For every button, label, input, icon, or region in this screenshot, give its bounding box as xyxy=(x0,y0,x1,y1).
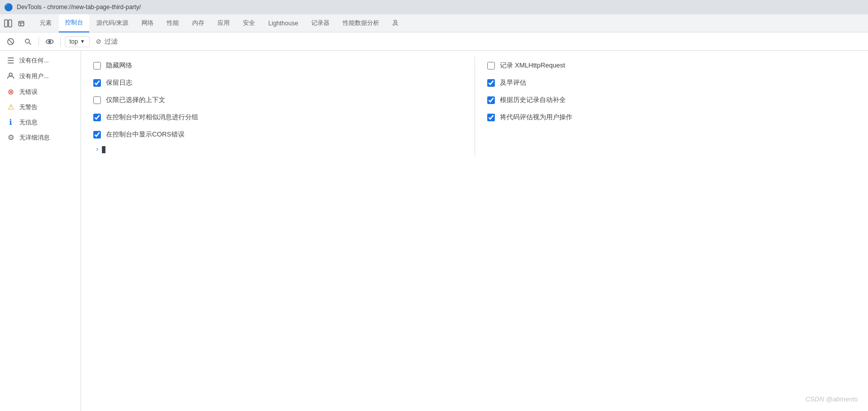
option-show-cors: 在控制台中显示CORS错误 xyxy=(91,126,464,143)
dock-icon[interactable] xyxy=(2,17,14,29)
option-group-similar: 在控制台中对相似消息进行分组 xyxy=(91,109,464,126)
tab-more[interactable]: 及 xyxy=(386,14,405,32)
tab-performance[interactable]: 性能 xyxy=(161,14,185,32)
option-preserve-log: 保留日志 xyxy=(91,74,464,91)
svg-rect-1 xyxy=(9,20,12,27)
tab-console[interactable]: 控制台 xyxy=(59,14,89,32)
console-sidebar: ☰ 没有任何... 没有用户... ⊗ 无错误 ⚠ 无警告 ℹ 无信息 ⚙ xyxy=(0,51,81,411)
checkbox-log-xhr[interactable] xyxy=(487,62,495,70)
tab-elements[interactable]: 元素 xyxy=(33,14,58,32)
label-autocomplete: 根据历史记录自动补全 xyxy=(500,95,566,105)
sidebar-item-error[interactable]: ⊗ 无错误 xyxy=(0,84,81,99)
option-autocomplete: 根据历史记录自动补全 xyxy=(485,91,858,109)
tab-sources[interactable]: 源代码/来源 xyxy=(90,14,134,32)
console-content: 隐藏网络 保留日志 仅限已选择的上下文 在控制台中对相似消息进行分组 在控制台中… xyxy=(81,51,868,411)
option-treat-eval: 将代码评估视为用户操作 xyxy=(485,109,858,126)
filter-label: 过滤 xyxy=(104,37,118,46)
checkbox-autocomplete[interactable] xyxy=(487,96,495,104)
context-dropdown-arrow: ▼ xyxy=(80,39,85,44)
sidebar-item-user-label: 没有用户... xyxy=(19,72,49,81)
clear-console-button[interactable] xyxy=(4,35,17,48)
label-show-cors: 在控制台中显示CORS错误 xyxy=(106,130,185,139)
option-eager-eval: 及早评估 xyxy=(485,74,858,91)
sidebar-item-info[interactable]: ℹ 无信息 xyxy=(0,115,81,130)
toolbar-separator-1 xyxy=(39,37,39,47)
sidebar-item-error-label: 无错误 xyxy=(19,88,38,96)
nav-tabs: 元素 控制台 源代码/来源 网络 性能 内存 应用 安全 Lighthouse … xyxy=(0,14,868,32)
tab-security[interactable]: 安全 xyxy=(237,14,261,32)
tab-network[interactable]: 网络 xyxy=(135,14,160,32)
console-cursor xyxy=(102,146,105,153)
toolbar-separator-2 xyxy=(60,37,61,47)
sidebar-item-warning[interactable]: ⚠ 无警告 xyxy=(0,99,81,115)
context-dropdown[interactable]: top ▼ xyxy=(65,36,90,47)
label-hide-network: 隐藏网络 xyxy=(106,61,132,70)
tab-perf-data[interactable]: 性能数据分析 xyxy=(337,14,385,32)
checkbox-preserve-log[interactable] xyxy=(93,79,101,87)
browser-icon: 🔵 xyxy=(4,3,13,11)
tab-recorder[interactable]: 记录器 xyxy=(305,14,336,32)
checkbox-eager-eval[interactable] xyxy=(487,79,495,87)
sidebar-item-info-label: 无信息 xyxy=(19,118,38,127)
checkbox-show-cors[interactable] xyxy=(93,131,101,139)
sidebar-item-user[interactable]: 没有用户... xyxy=(0,68,81,84)
tab-application[interactable]: 应用 xyxy=(211,14,236,32)
checkbox-hide-network[interactable] xyxy=(93,62,101,70)
eye-button[interactable] xyxy=(43,35,56,48)
tab-lighthouse[interactable]: Lighthouse xyxy=(262,14,304,32)
svg-line-8 xyxy=(29,43,31,45)
console-chevron-icon[interactable]: › xyxy=(95,146,99,153)
filter-icon: ⊘ xyxy=(96,38,101,45)
filter-input[interactable] xyxy=(123,38,864,45)
svg-point-7 xyxy=(25,39,29,43)
option-selected-context: 仅限已选择的上下文 xyxy=(91,91,464,109)
user-icon xyxy=(6,72,15,81)
svg-rect-0 xyxy=(5,20,8,27)
option-hide-network: 隐藏网络 xyxy=(91,57,464,74)
sidebar-item-warning-label: 无警告 xyxy=(19,103,38,112)
checkbox-treat-eval[interactable] xyxy=(487,114,495,121)
warning-icon: ⚠ xyxy=(6,102,15,112)
svg-rect-2 xyxy=(19,21,24,26)
checkbox-selected-context[interactable] xyxy=(93,96,101,104)
sidebar-item-all-label: 没有任何... xyxy=(19,56,49,65)
gear-icon: ⚙ xyxy=(6,133,15,142)
options-left: 隐藏网络 保留日志 仅限已选择的上下文 在控制台中对相似消息进行分组 在控制台中… xyxy=(91,57,475,156)
window-title: DevTools - chrome://new-tab-page-third-p… xyxy=(17,4,141,11)
label-preserve-log: 保留日志 xyxy=(106,78,132,87)
svg-line-6 xyxy=(9,40,13,44)
console-toolbar: top ▼ ⊘ 过滤 xyxy=(0,32,868,51)
label-eager-eval: 及早评估 xyxy=(500,78,526,87)
filter-button[interactable] xyxy=(21,35,34,48)
info-icon: ℹ xyxy=(6,118,15,127)
error-icon: ⊗ xyxy=(6,87,15,96)
options-grid: 隐藏网络 保留日志 仅限已选择的上下文 在控制台中对相似消息进行分组 在控制台中… xyxy=(91,57,858,156)
console-input-row: › xyxy=(91,143,464,156)
svg-point-10 xyxy=(49,41,51,43)
tab-memory[interactable]: 内存 xyxy=(186,14,210,32)
label-group-similar: 在控制台中对相似消息进行分组 xyxy=(106,113,198,122)
sidebar-item-verbose[interactable]: ⚙ 无详细消息 xyxy=(0,130,81,145)
option-log-xhr: 记录 XMLHttpRequest xyxy=(485,57,858,74)
inspect-icon[interactable] xyxy=(16,17,28,29)
svg-point-11 xyxy=(9,73,12,76)
label-selected-context: 仅限已选择的上下文 xyxy=(106,95,165,105)
options-right: 记录 XMLHttpRequest 及早评估 根据历史记录自动补全 将代码评估视… xyxy=(475,57,858,156)
context-dropdown-value: top xyxy=(69,38,78,45)
sidebar-item-verbose-label: 无详细消息 xyxy=(19,133,50,142)
sidebar-item-all[interactable]: ☰ 没有任何... xyxy=(0,53,81,68)
checkbox-group-similar[interactable] xyxy=(93,114,101,121)
title-bar: 🔵 DevTools - chrome://new-tab-page-third… xyxy=(0,0,868,14)
watermark: CSDN @abments xyxy=(805,395,858,403)
label-treat-eval: 将代码评估视为用户操作 xyxy=(500,113,572,122)
label-log-xhr: 记录 XMLHttpRequest xyxy=(500,61,565,70)
main-layout: ☰ 没有任何... 没有用户... ⊗ 无错误 ⚠ 无警告 ℹ 无信息 ⚙ xyxy=(0,51,868,411)
list-icon: ☰ xyxy=(6,56,15,65)
devtools-icons xyxy=(2,17,28,29)
filter-area: ⊘ 过滤 xyxy=(96,37,864,46)
